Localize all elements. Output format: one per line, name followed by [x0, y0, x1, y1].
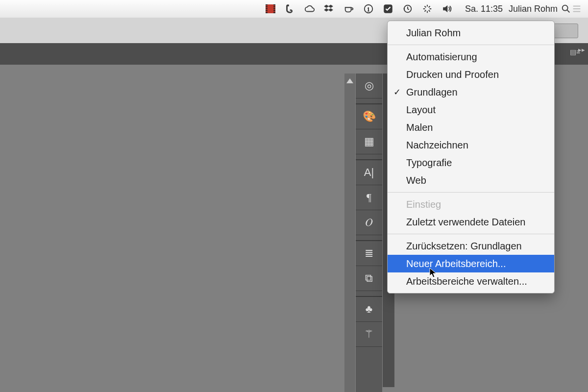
workspace-item-nachzeichnen[interactable]: Nachzeichnen: [388, 136, 554, 154]
workspace-item-manage[interactable]: Arbeitsbereiche verwalten...: [388, 272, 554, 290]
dock-icon-10[interactable]: ⚚: [356, 322, 382, 347]
menu-separator: [388, 45, 554, 45]
caffeine-icon[interactable]: [343, 0, 354, 18]
workspace-item-typografie[interactable]: Typografie: [388, 154, 554, 172]
workspace-item-web[interactable]: Web: [388, 172, 554, 189]
notification-center-icon[interactable]: [571, 0, 582, 18]
macos-menubar: i Sa. 11:35 Julian Rohm: [0, 0, 588, 18]
scroll-up-arrow-icon[interactable]: [346, 78, 353, 83]
dock-icon-4[interactable]: A|: [356, 160, 382, 185]
panel-dock: ◎ 🎨 ▦ A| ¶ 𝑂 ≣ ⧉ ♣ ⚚: [356, 74, 382, 392]
workspace-item-reset[interactable]: Zurücksetzen: Grundlagen: [388, 237, 554, 255]
spotlight-icon[interactable]: [561, 0, 571, 18]
menu-separator: [388, 234, 554, 234]
menubar-status-icons: i: [265, 0, 452, 18]
sync-icon[interactable]: [422, 0, 433, 18]
dock-icon-3[interactable]: ▦: [356, 129, 382, 154]
cloud-icon[interactable]: [304, 0, 315, 18]
svg-point-4: [563, 5, 568, 11]
workspace-item-drucken[interactable]: Drucken und Proofen: [388, 66, 554, 83]
volume-icon[interactable]: [441, 0, 452, 18]
workspace-item-new[interactable]: Neuer Arbeitsbereich...: [388, 255, 554, 272]
info-icon[interactable]: i: [363, 0, 374, 18]
dock-icon-1[interactable]: ◎: [356, 74, 382, 98]
dock-icon-7[interactable]: ≣: [356, 241, 382, 266]
workspace-item-recent[interactable]: Zuletzt verwendete Dateien: [388, 213, 554, 231]
panel-collapse-icon[interactable]: ▸▸: [578, 46, 585, 53]
dock-icon-2[interactable]: 🎨: [356, 104, 382, 129]
workspace-switcher-button[interactable]: [551, 24, 578, 38]
dock-icon-6[interactable]: 𝑂: [356, 210, 382, 235]
workspace-item-user[interactable]: Julian Rohm: [388, 24, 554, 42]
panel-divider[interactable]: [344, 74, 355, 392]
workspace-item-layout[interactable]: Layout: [388, 101, 554, 119]
dock-icon-9[interactable]: ♣: [356, 297, 382, 322]
checkbox-icon[interactable]: [383, 0, 393, 18]
evernote-icon[interactable]: [285, 0, 295, 18]
dock-icon-8[interactable]: ⧉: [356, 266, 382, 291]
menu-separator: [388, 192, 554, 193]
dock-icon-5[interactable]: ¶: [356, 185, 382, 210]
film-icon[interactable]: [265, 0, 276, 18]
workspace-dropdown: Julian Rohm Automatisierung Drucken und …: [387, 21, 555, 294]
timemachine-icon[interactable]: [402, 0, 413, 18]
workspace-item-malen[interactable]: Malen: [388, 119, 554, 136]
menubar-clock[interactable]: Sa. 11:35: [462, 0, 506, 18]
dropbox-icon[interactable]: [324, 0, 335, 18]
workspace-item-grundlagen[interactable]: Grundlagen: [388, 83, 554, 101]
svg-text:i: i: [368, 6, 369, 13]
workspace-item-automatisierung[interactable]: Automatisierung: [388, 48, 554, 66]
menubar-user[interactable]: Julian Rohm: [506, 0, 561, 18]
workspace-item-einstieg: Einstieg: [388, 196, 554, 213]
